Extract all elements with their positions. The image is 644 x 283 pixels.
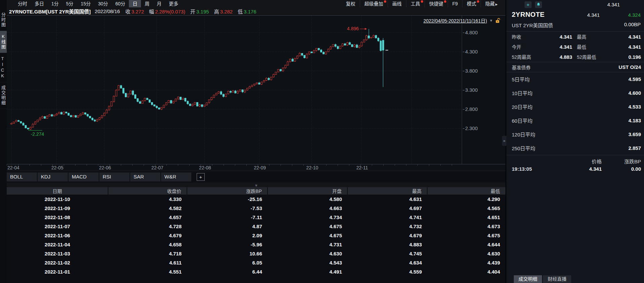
add-indicator-icon[interactable]: + (197, 173, 205, 181)
quote-field-label: 收 (125, 9, 130, 14)
table-header-cell[interactable]: 开盘 (267, 187, 347, 195)
toolbar-button[interactable]: 复权 (342, 0, 360, 7)
table-cell: 4.580 (267, 195, 347, 204)
y-axis-label: 3.800 (463, 68, 478, 74)
x-axis-label: 22-06 (99, 165, 111, 170)
average-row: 10日平均4.600 (506, 86, 644, 100)
table-cell: 4.559 (347, 267, 427, 276)
toolbar-button[interactable]: 快捷键 (425, 0, 448, 7)
toolbar-button[interactable]: 画线 (388, 0, 406, 7)
date-range-control[interactable]: 2022/04/05-2022/11/11(161日) ▼ (424, 17, 500, 24)
average-value: 4.533 (628, 104, 641, 110)
table-cell: 4.731 (267, 240, 347, 249)
indicator-tab-rsi[interactable]: RSI (99, 172, 130, 181)
history-table: 日期收盘价涨跌BP开盘最高最低 2022-11-104.330-25.164.5… (7, 187, 505, 276)
period-tab[interactable]: 更多 (165, 0, 182, 7)
table-row[interactable]: 2022-11-094.582-7.534.6634.6974.565 (7, 204, 505, 213)
candlestick-chart-area[interactable]: 2022/04/05-2022/11/11(161日) ▼ 4.896-2.27… (7, 15, 505, 164)
period-tab[interactable]: 多日 (31, 0, 48, 7)
kline-plot[interactable]: 4.896-2.274 (7, 15, 462, 164)
quote-info-bar: 2YRNOTE.GBM[UST 2YR美国国债] 2022/08/16 收3.2… (7, 7, 505, 15)
notification-dot (384, 0, 386, 3)
period-tab[interactable]: 30分 (94, 0, 112, 7)
table-header-cell[interactable]: 收盘价 (108, 187, 187, 195)
toolbar-button[interactable]: F9 (448, 0, 462, 7)
add-watchlist-icon[interactable]: + (525, 1, 532, 8)
table-cell: 4.87 (187, 222, 267, 231)
table-row[interactable]: 2022-11-014.5516.444.4914.5594.404 (7, 267, 505, 276)
sidebar-item-time-chart[interactable]: 分时图 (0, 9, 7, 31)
table-row[interactable]: 2022-11-044.658-5.964.7314.8834.644 (7, 240, 505, 249)
table-cell: 4.582 (108, 204, 187, 213)
sidebar-item-kline-chart[interactable]: K线图 (0, 31, 7, 53)
table-row[interactable]: 2022-11-084.657-7.114.7344.7414.651 (7, 213, 505, 222)
svg-text:4.896: 4.896 (347, 26, 359, 31)
stat-value: 4.341 (537, 34, 572, 40)
table-cell: 4.679 (347, 231, 427, 240)
table-cell: 4.658 (108, 240, 187, 249)
table-row[interactable]: 2022-11-024.6116.054.5434.6344.439 (7, 258, 505, 267)
indicator-tab-macd[interactable]: MACD (68, 172, 99, 181)
table-header-cell[interactable]: 最高 (347, 187, 427, 195)
stat-label: 最高 (577, 33, 608, 40)
toolbar-button[interactable]: 模式 (462, 0, 481, 7)
indicator-tab-wr[interactable]: W&R (161, 172, 192, 181)
indicator-tab-boll[interactable]: BOLL (7, 172, 38, 181)
flyout-arrow-icon: ▶ (495, 3, 498, 6)
indicator-tab-kdj[interactable]: KDJ (38, 172, 68, 181)
table-row[interactable]: 2022-11-034.71810.664.6304.7454.630 (7, 249, 505, 258)
panel-tab[interactable]: 成交明细 (514, 275, 542, 283)
quote-field-value: 2.28%(0.073) (155, 9, 185, 14)
right-quote-panel: » + 4.341 2YRNOTE 4.341 4.324 UST 2YR美国国… (505, 0, 644, 283)
period-tab[interactable]: 60分 (112, 0, 129, 7)
panel-expand-arrow[interactable]: » (502, 136, 506, 146)
indicator-tab-row: BOLLKDJMACDRSISARW&R + (7, 171, 505, 183)
table-header-cell[interactable]: 最低 (427, 187, 505, 195)
stat-label: 今开 (512, 43, 537, 50)
table-cell: 4.675 (267, 231, 347, 240)
panel-bottom-tabs: 成交明细财经直播 (506, 275, 644, 283)
average-row: 5日平均4.595 (506, 72, 644, 86)
table-cell: 2022-11-01 (7, 267, 108, 276)
sidebar-item-tick[interactable]: TICK (0, 53, 7, 82)
period-tab[interactable]: 15分 (77, 0, 95, 7)
table-cell: -5.96 (187, 240, 267, 249)
table-cell: 4.741 (347, 213, 427, 222)
date-range-label[interactable]: 2022/04/05-2022/11/11(161日) (424, 17, 487, 24)
period-tab[interactable]: 5分 (62, 0, 77, 7)
stat-label: 52周最高 (512, 53, 537, 60)
panel-collapse-handle[interactable]: » (7, 183, 505, 187)
table-header-cell[interactable]: 日期 (7, 187, 108, 195)
period-tab[interactable]: 1分 (48, 0, 62, 7)
indicator-tab-sar[interactable]: SAR (130, 172, 161, 181)
alert-bell-icon[interactable] (535, 1, 542, 8)
table-cell: 4.728 (108, 222, 187, 231)
y-axis: 4.8004.3003.8003.3002.8002.300 (462, 15, 505, 164)
quote-field: 高3.282 (214, 8, 233, 15)
stat-value: 0.196 (608, 54, 641, 60)
period-tab[interactable]: 月 (153, 0, 165, 7)
history-table-area: 日期收盘价涨跌BP开盘最高最低 2022-11-104.330-25.164.5… (7, 187, 505, 283)
panel-symbol-row: 2YRNOTE 4.341 4.324 (506, 9, 644, 18)
table-cell: 2022-11-07 (7, 222, 108, 231)
unlock-icon[interactable] (495, 18, 500, 23)
period-tab[interactable]: 分时 (14, 0, 31, 7)
table-row[interactable]: 2022-11-104.330-25.164.5804.6314.290 (7, 195, 505, 204)
chevron-down-icon[interactable]: ▼ (489, 18, 493, 23)
table-row[interactable]: 2022-11-074.7284.874.6754.7324.673 (7, 222, 505, 231)
table-header-cell[interactable]: 涨跌BP (187, 187, 267, 195)
toolbar-button[interactable]: 超级叠加 (360, 0, 388, 7)
x-axis-label: 22-10 (306, 165, 318, 170)
toolbar-button[interactable]: 工具 (406, 0, 425, 7)
tick-price: 4.341 (562, 166, 602, 172)
toolbar-button[interactable]: 隐藏▶ (481, 0, 502, 7)
average-value: 4.183 (628, 118, 641, 123)
period-tab[interactable]: 周 (141, 0, 153, 7)
sidebar-item-trade-detail[interactable]: 成交明细 (0, 82, 7, 109)
tick-bp: 0.00 (602, 166, 641, 172)
table-row[interactable]: 2022-11-064.6792.094.6754.6794.675 (7, 231, 505, 240)
panel-tab[interactable]: 财经直播 (543, 275, 571, 283)
period-tab[interactable]: 日 (129, 0, 141, 7)
x-axis-label: 22-07 (151, 165, 163, 170)
notification-dot (477, 0, 479, 3)
